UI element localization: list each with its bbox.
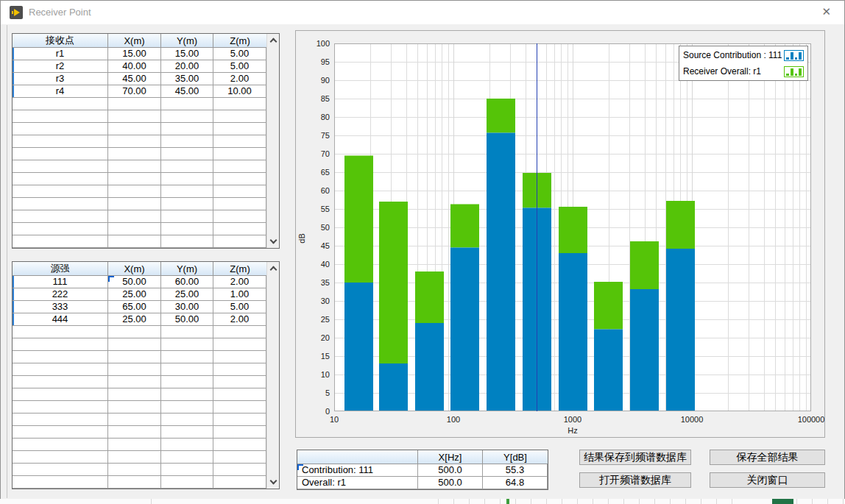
table-cell[interactable] xyxy=(13,414,108,426)
save-to-spectrum-db-button[interactable]: 结果保存到频谱数据库 xyxy=(579,450,691,465)
table-cell[interactable] xyxy=(108,160,161,173)
table-cell[interactable] xyxy=(213,98,266,110)
table-cell[interactable] xyxy=(13,388,108,401)
chevron-down-icon[interactable] xyxy=(270,237,277,244)
table-cell[interactable]: 2.00 xyxy=(213,313,266,326)
table-cell[interactable] xyxy=(213,388,266,401)
table-cell[interactable]: 25.00 xyxy=(161,288,213,301)
table-cell[interactable] xyxy=(161,110,213,123)
table-row-empty[interactable] xyxy=(13,235,279,248)
table-cell[interactable] xyxy=(108,235,161,248)
table-row-empty[interactable] xyxy=(13,388,279,401)
table-cell[interactable] xyxy=(13,464,108,476)
table-cell[interactable]: 15.00 xyxy=(161,48,213,60)
table-cell[interactable] xyxy=(213,235,266,248)
table-cell[interactable] xyxy=(161,426,213,439)
table-cell[interactable] xyxy=(161,464,213,476)
table-cell[interactable] xyxy=(13,110,108,123)
contribution-bar-segment[interactable] xyxy=(666,249,695,411)
table-cell[interactable]: 15.00 xyxy=(108,48,161,60)
table-cell[interactable]: 30.00 xyxy=(161,301,213,313)
table-cell[interactable] xyxy=(213,223,266,235)
table-cell[interactable]: 45.00 xyxy=(161,85,213,98)
table-cell[interactable] xyxy=(108,173,161,185)
table-cell[interactable] xyxy=(161,388,213,401)
chevron-down-icon[interactable] xyxy=(270,478,277,485)
table-cell[interactable]: 45.00 xyxy=(108,73,161,85)
table-cell[interactable] xyxy=(13,376,108,388)
table-cell[interactable] xyxy=(213,338,266,351)
table-cell[interactable] xyxy=(161,148,213,160)
legend-entry[interactable]: Receiver Overall: r1 xyxy=(679,63,807,79)
table-cell[interactable]: Contribution: 111 xyxy=(297,464,418,477)
table-cell[interactable] xyxy=(161,363,213,376)
table-cell[interactable] xyxy=(13,426,108,439)
contribution-bar-segment[interactable] xyxy=(450,248,479,412)
table-cell[interactable] xyxy=(108,414,161,426)
table-cell[interactable] xyxy=(108,426,161,439)
close-icon[interactable]: ✕ xyxy=(821,5,831,18)
table-cell[interactable] xyxy=(108,223,161,235)
table-cell[interactable]: 5.00 xyxy=(213,48,266,60)
table-cell[interactable]: 5.00 xyxy=(213,301,266,313)
table-cell[interactable] xyxy=(13,123,108,135)
table-row-empty[interactable] xyxy=(13,401,279,414)
table-cell[interactable] xyxy=(108,98,161,110)
contribution-bar-segment[interactable] xyxy=(344,283,373,411)
table-cell[interactable] xyxy=(108,451,161,464)
table-row-empty[interactable] xyxy=(13,451,279,464)
overall-bar-segment[interactable] xyxy=(666,201,695,249)
source-strength-table[interactable]: 源强X(m)Y(m)Z(m)11150.0060.002.0022225.002… xyxy=(12,261,280,489)
table-cell[interactable] xyxy=(213,135,266,148)
vertical-scrollbar[interactable] xyxy=(266,34,279,248)
legend-entry[interactable]: Source Contribution : 111 xyxy=(679,47,807,63)
table-cell[interactable] xyxy=(13,235,108,248)
table-row-empty[interactable] xyxy=(13,426,279,439)
table-cell[interactable]: 60.00 xyxy=(161,276,213,288)
table-cell[interactable] xyxy=(161,439,213,451)
table-cell[interactable] xyxy=(13,363,108,376)
table-cell[interactable] xyxy=(161,351,213,363)
table-row-empty[interactable] xyxy=(13,185,279,198)
table-cell[interactable] xyxy=(108,464,161,476)
table-cell[interactable] xyxy=(108,439,161,451)
table-row-empty[interactable] xyxy=(13,464,279,476)
table-cell[interactable] xyxy=(108,110,161,123)
table-row-empty[interactable] xyxy=(13,135,279,148)
table-cell[interactable] xyxy=(213,110,266,123)
table-cell[interactable] xyxy=(213,198,266,210)
table-cell[interactable] xyxy=(13,98,108,110)
table-cell[interactable] xyxy=(213,476,266,489)
table-row[interactable]: r115.0015.005.00 xyxy=(13,48,279,60)
table-cell[interactable] xyxy=(213,160,266,173)
table-cell[interactable] xyxy=(108,363,161,376)
open-spectrum-db-button[interactable]: 打开频谱数据库 xyxy=(579,472,691,488)
table-cell[interactable] xyxy=(108,198,161,210)
table-cell[interactable]: 25.00 xyxy=(108,288,161,301)
table-cell[interactable] xyxy=(13,476,108,489)
table-cell[interactable] xyxy=(213,464,266,476)
table-row-empty[interactable] xyxy=(13,98,279,110)
table-cell[interactable] xyxy=(108,376,161,388)
table-cell[interactable] xyxy=(161,326,213,338)
table-cell[interactable] xyxy=(108,476,161,489)
vertical-scrollbar[interactable] xyxy=(266,262,279,489)
table-cell[interactable] xyxy=(13,210,108,223)
table-cell[interactable]: 2.00 xyxy=(213,276,266,288)
table-cell[interactable] xyxy=(13,326,108,338)
table-cell[interactable]: 444 xyxy=(13,313,108,326)
table-cell[interactable]: 5.00 xyxy=(213,60,266,73)
table-cell[interactable] xyxy=(161,185,213,198)
save-all-results-button[interactable]: 保存全部结果 xyxy=(710,450,825,465)
table-row[interactable]: 33365.0030.005.00 xyxy=(13,301,279,313)
table-cell[interactable] xyxy=(13,401,108,414)
contribution-bar-segment[interactable] xyxy=(559,253,587,411)
overall-bar-segment[interactable] xyxy=(415,271,444,323)
table-cell[interactable]: Overall: r1 xyxy=(297,477,418,489)
table-row-empty[interactable] xyxy=(13,198,279,210)
table-row[interactable]: 22225.0025.001.00 xyxy=(13,288,279,301)
contribution-bar-segment[interactable] xyxy=(594,330,623,412)
overall-bar-segment[interactable] xyxy=(630,241,659,289)
table-cell[interactable] xyxy=(108,123,161,135)
table-cell[interactable] xyxy=(213,376,266,388)
